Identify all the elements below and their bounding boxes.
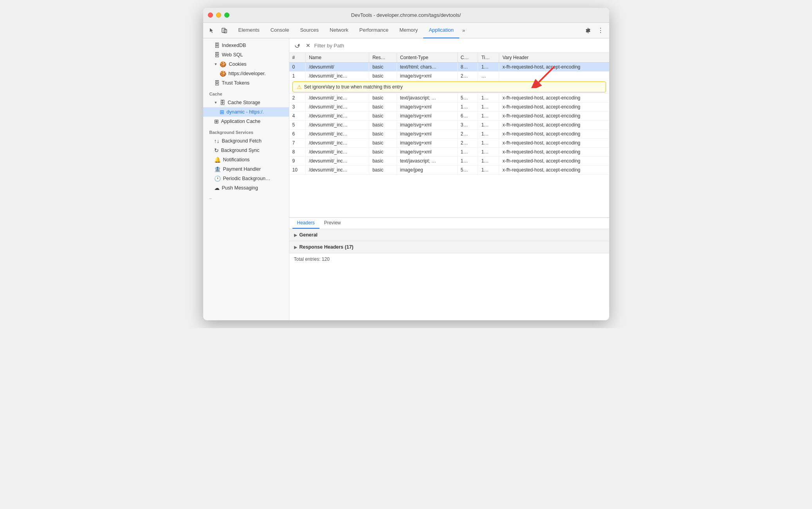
triangle-icon: ▶ bbox=[294, 245, 297, 249]
refresh-button[interactable] bbox=[292, 41, 302, 50]
tab-overflow-button[interactable]: » bbox=[459, 23, 468, 38]
table-row[interactable]: 4/devsummit/_inc…basicimage/svg+xml6…1…x… bbox=[289, 112, 609, 121]
device-icon[interactable] bbox=[219, 25, 230, 36]
settings-icon[interactable] bbox=[583, 25, 594, 36]
tab-performance[interactable]: Performance bbox=[354, 23, 394, 38]
sidebar-item-indexeddb[interactable]: 🗄 IndexedDB bbox=[203, 41, 289, 50]
sidebar: 🗄 IndexedDB 🗄 Web SQL ▼ 🍪 Cookies 🍪 http… bbox=[203, 38, 289, 320]
grid-icon: ⊞ bbox=[214, 118, 219, 125]
main-layout: 🗄 IndexedDB 🗄 Web SQL ▼ 🍪 Cookies 🍪 http… bbox=[203, 38, 609, 320]
col-res: Res… bbox=[369, 53, 397, 63]
table-row[interactable]: 0/devsummit/basictext/html; chars…8…1…x-… bbox=[289, 63, 609, 72]
sidebar-item-bg-sync[interactable]: ↻ Background Sync bbox=[203, 146, 289, 155]
cloud-icon: ☁ bbox=[214, 185, 220, 191]
tabbar-right-icons: ⋮ bbox=[583, 25, 606, 36]
cache-icon: 🗄 bbox=[220, 99, 225, 106]
tooltip-box: ⚠Set ignoreVary to true when matching th… bbox=[292, 81, 606, 92]
general-section[interactable]: ▶ General bbox=[289, 229, 609, 241]
content-area: ✕ bbox=[289, 38, 609, 320]
grid-icon: ⊞ bbox=[220, 109, 224, 115]
tab-memory[interactable]: Memory bbox=[394, 23, 423, 38]
cookie-icon: 🍪 bbox=[220, 70, 226, 77]
titlebar: DevTools - developer.chrome.com/tags/dev… bbox=[203, 8, 609, 23]
sidebar-item-cookies[interactable]: ▼ 🍪 Cookies bbox=[203, 60, 289, 69]
sidebar-item-cache-storage[interactable]: ▼ 🗄 Cache Storage bbox=[203, 98, 289, 107]
sidebar-item-websql[interactable]: 🗄 Web SQL bbox=[203, 50, 289, 60]
table-row[interactable]: 3/devsummit/_inc…basicimage/svg+xml1…1…x… bbox=[289, 103, 609, 112]
col-num: # bbox=[289, 53, 306, 63]
table-row[interactable]: 10/devsummit/_inc…basicimage/jpeg5…1…x-f… bbox=[289, 166, 609, 175]
sidebar-item-bg-fetch[interactable]: ↑↓ Background Fetch bbox=[203, 136, 289, 146]
col-vary: Vary Header bbox=[499, 53, 609, 63]
table-row[interactable]: 1/devsummit/_inc…basicimage/svg+xml2…… bbox=[289, 72, 609, 81]
table-header-row: # Name Res… Content-Type C… Ti… Vary Hea… bbox=[289, 53, 609, 63]
tab-application[interactable]: Application bbox=[423, 23, 459, 38]
cache-section-label: Cache bbox=[203, 88, 289, 98]
tooltip-row: ⚠Set ignoreVary to true when matching th… bbox=[289, 81, 609, 94]
table-container: # Name Res… Content-Type C… Ti… Vary Hea… bbox=[289, 53, 609, 217]
sidebar-item-trust-tokens[interactable]: 🗄 Trust Tokens bbox=[203, 78, 289, 88]
table-row[interactable]: 8/devsummit/_inc…basicimage/svg+xml1…1…x… bbox=[289, 148, 609, 157]
sidebar-item-dynamic[interactable]: ⊞ dynamic - https:/. bbox=[203, 107, 289, 117]
window-title: DevTools - developer.chrome.com/tags/dev… bbox=[351, 12, 461, 18]
tab-network[interactable]: Network bbox=[324, 23, 354, 38]
maximize-button[interactable] bbox=[224, 13, 229, 18]
col-name: Name bbox=[305, 53, 369, 63]
bg-section-label: Background Services bbox=[203, 126, 289, 136]
database-icon: 🗄 bbox=[214, 80, 220, 86]
table-row[interactable]: 5/devsummit/_inc…basicimage/svg+xml3…1…x… bbox=[289, 121, 609, 130]
filter-input[interactable] bbox=[314, 43, 606, 49]
table-row[interactable]: 7/devsummit/_inc…basicimage/svg+xml2…1…x… bbox=[289, 139, 609, 148]
payment-icon: 🏦 bbox=[214, 166, 221, 172]
warning-icon: ⚠ bbox=[297, 84, 302, 90]
bottom-tabs: Headers Preview bbox=[289, 218, 609, 229]
bell-icon: 🔔 bbox=[214, 157, 221, 163]
clock-icon: 🕐 bbox=[214, 175, 221, 182]
svg-rect-0 bbox=[222, 28, 225, 32]
table-row[interactable]: 9/devsummit/_inc…basictext/javascript; …… bbox=[289, 157, 609, 166]
table-row[interactable]: 6/devsummit/_inc…basicimage/svg+xml2…1…x… bbox=[289, 130, 609, 139]
filter-bar: ✕ bbox=[289, 38, 609, 53]
triangle-icon: ▼ bbox=[214, 101, 218, 105]
tab-headers[interactable]: Headers bbox=[292, 218, 319, 229]
col-content-type: Content-Type bbox=[397, 53, 457, 63]
tooltip-text: Set ignoreVary to true when matching thi… bbox=[304, 84, 403, 90]
sidebar-item-periodic-bg[interactable]: 🕐 Periodic Backgroun… bbox=[203, 174, 289, 183]
close-button[interactable] bbox=[208, 13, 213, 18]
cache-table: # Name Res… Content-Type C… Ti… Vary Hea… bbox=[289, 53, 609, 175]
tab-elements[interactable]: Elements bbox=[233, 23, 265, 38]
sidebar-item-cookies-https[interactable]: 🍪 https://developer. bbox=[203, 69, 289, 78]
more-icon[interactable]: ⋮ bbox=[595, 25, 606, 36]
minimize-button[interactable] bbox=[216, 13, 221, 18]
sync-icon: ↻ bbox=[214, 147, 219, 153]
tab-console[interactable]: Console bbox=[265, 23, 295, 38]
bottom-panel: Headers Preview ▶ General ▶ Response Hea… bbox=[289, 217, 609, 265]
col-ti: Ti… bbox=[478, 53, 499, 63]
tabbar-nav-icons bbox=[206, 25, 230, 36]
cursor-icon[interactable] bbox=[206, 25, 217, 36]
triangle-icon: ▼ bbox=[214, 62, 218, 66]
total-entries: Total entries: 120 bbox=[289, 253, 609, 265]
sidebar-item-app-cache[interactable]: ⊞ Application Cache bbox=[203, 117, 289, 126]
triangle-icon: ▶ bbox=[294, 233, 297, 237]
tab-preview[interactable]: Preview bbox=[319, 218, 346, 229]
traffic-lights bbox=[208, 13, 229, 18]
database-icon: 🗄 bbox=[214, 52, 220, 58]
devtools-window: DevTools - developer.chrome.com/tags/dev… bbox=[203, 8, 609, 320]
table-row[interactable]: 2/devsummit/_inc…basictext/javascript; …… bbox=[289, 94, 609, 103]
response-headers-section[interactable]: ▶ Response Headers (17) bbox=[289, 241, 609, 253]
sidebar-item-payment-handler[interactable]: 🏦 Payment Handler bbox=[203, 164, 289, 174]
sidebar-item-notifications[interactable]: 🔔 Notifications bbox=[203, 155, 289, 164]
database-icon: 🗄 bbox=[214, 42, 220, 49]
sidebar-item-push-messaging[interactable]: ☁ Push Messaging bbox=[203, 183, 289, 193]
clear-button[interactable]: ✕ bbox=[303, 41, 313, 50]
fetch-icon: ↑↓ bbox=[214, 138, 220, 144]
tabbar: Elements Console Sources Network Perform… bbox=[203, 23, 609, 38]
tab-sources[interactable]: Sources bbox=[294, 23, 324, 38]
col-c: C… bbox=[457, 53, 478, 63]
cookie-icon: 🍪 bbox=[220, 61, 226, 67]
